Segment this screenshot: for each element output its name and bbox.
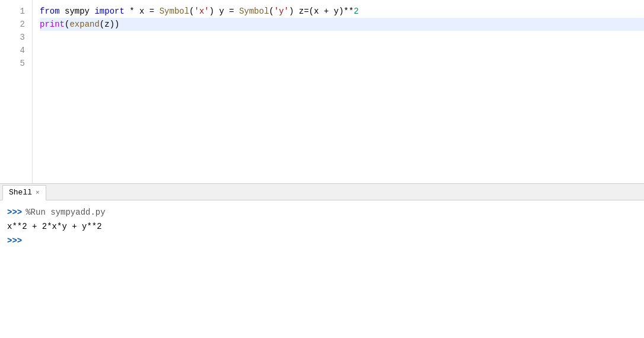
shell-tab-bar: Shell × bbox=[0, 184, 644, 200]
code-line-3: y = Symbol('y') bbox=[219, 7, 294, 16]
editor-area: 1 2 3 4 5 from sympy import * x = Symbol… bbox=[0, 0, 644, 184]
code-line-4: z=(x + y)**2 bbox=[299, 7, 359, 16]
shell-prompt-1: >>> bbox=[7, 205, 22, 219]
line-number-2: 2 bbox=[0, 18, 25, 31]
shell-input-line: >>> %Run sympyadd.py bbox=[7, 205, 637, 219]
shell-area[interactable]: >>> %Run sympyadd.py x**2 + 2*x*y + y**2… bbox=[0, 200, 644, 338]
line-numbers: 1 2 3 4 5 bbox=[0, 0, 33, 183]
shell-tab-label: Shell bbox=[9, 188, 32, 197]
line-number-1: 1 bbox=[0, 5, 25, 18]
line-number-5: 5 bbox=[0, 57, 25, 70]
line-number-4: 4 bbox=[0, 44, 25, 57]
shell-tab-close[interactable]: × bbox=[36, 189, 40, 196]
line-number-3: 3 bbox=[0, 31, 25, 44]
shell-output: x**2 + 2*x*y + y**2 bbox=[7, 219, 102, 234]
shell-output-line: x**2 + 2*x*y + y**2 bbox=[7, 219, 637, 234]
code-line-1: from sympy import * bbox=[40, 7, 135, 16]
shell-command: %Run sympyadd.py bbox=[25, 205, 105, 219]
shell-tab[interactable]: Shell × bbox=[2, 185, 46, 200]
shell-prompt-2: >>> bbox=[7, 234, 22, 248]
code-content[interactable]: from sympy import * x = Symbol('x') y = … bbox=[33, 0, 644, 183]
shell-prompt-line-2: >>> bbox=[7, 234, 637, 248]
code-line-5: print(expand(z)) bbox=[40, 18, 644, 31]
code-line-2: x = Symbol('x') bbox=[139, 7, 214, 16]
